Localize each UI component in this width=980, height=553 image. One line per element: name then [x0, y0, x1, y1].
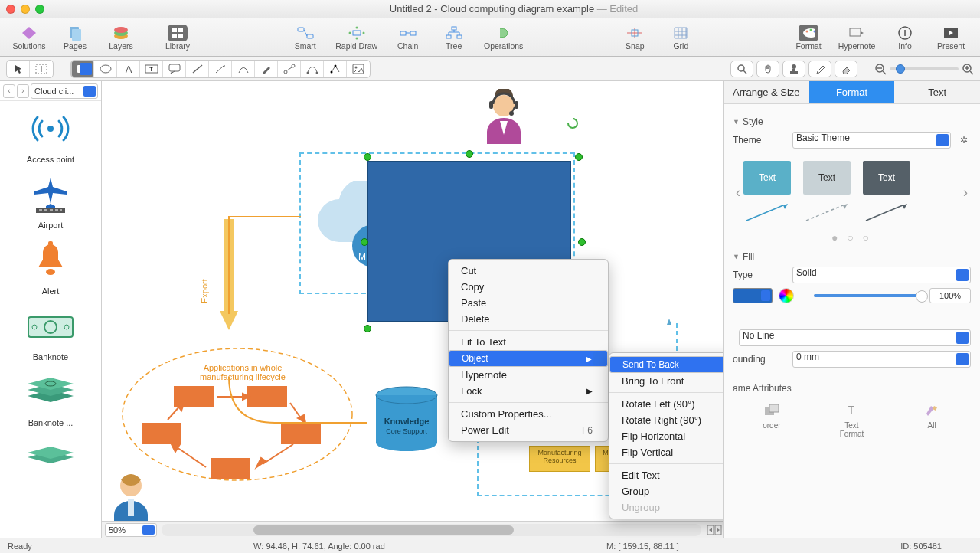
library-item[interactable]: Banknote — [2, 303, 100, 362]
close-icon[interactable] — [6, 5, 15, 14]
style-swatch[interactable]: Text — [803, 161, 851, 195]
text-tool[interactable]: A — [117, 61, 140, 77]
chevron-left-icon[interactable]: ‹ — [733, 185, 743, 201]
menu-item[interactable]: Bring To Front⌥⌘F — [609, 373, 723, 389]
chevron-right-icon[interactable]: › — [960, 185, 971, 201]
zoom-out-icon[interactable] — [874, 63, 887, 75]
style-swatch[interactable]: Text — [743, 161, 791, 195]
menu-item[interactable]: Cut — [449, 263, 608, 279]
eyedropper-tool[interactable] — [808, 61, 831, 77]
color-wheel-icon[interactable] — [779, 288, 794, 303]
smart-button[interactable]: Smart — [284, 25, 327, 51]
hypernote-button[interactable]: Hypernote — [833, 25, 880, 51]
snap-button[interactable]: Snap — [613, 25, 656, 51]
menu-item[interactable]: Edit TextF5 — [609, 467, 723, 483]
page-nav-icon[interactable] — [706, 524, 723, 536]
menu-item[interactable]: Copy — [449, 279, 608, 295]
fill-type-select[interactable]: Solid — [792, 267, 971, 283]
rapiddraw-button[interactable]: Rapid Draw — [330, 25, 384, 51]
rounding-select[interactable]: 0 mm — [792, 351, 971, 368]
export-arrow[interactable] — [214, 219, 244, 342]
library-item[interactable]: Alert — [2, 237, 100, 296]
edit-points-tool[interactable] — [324, 61, 347, 77]
horizontal-scrollbar[interactable] — [162, 524, 701, 536]
arrow-style[interactable] — [863, 202, 910, 224]
curve-tool[interactable] — [232, 61, 255, 77]
menu-item[interactable]: Object▶ — [449, 350, 608, 367]
zoom-in-icon[interactable] — [962, 63, 974, 75]
format-button[interactable]: Format — [787, 25, 830, 51]
theme-select[interactable]: Basic Theme — [792, 132, 951, 149]
operations-button[interactable]: Operations — [479, 25, 529, 51]
pointer-tool[interactable] — [7, 61, 30, 77]
info-button[interactable]: iInfo — [884, 25, 926, 51]
opacity-field[interactable]: 100% — [929, 288, 971, 303]
library-item[interactable]: Access point — [2, 106, 100, 164]
callout-tool[interactable] — [163, 61, 186, 77]
ellipse-tool[interactable] — [94, 61, 117, 77]
layers-button[interactable]: Layers — [100, 25, 142, 51]
nav-back-button[interactable]: ‹ — [3, 84, 15, 98]
tab-arrange[interactable]: Arrange & Size — [724, 81, 809, 103]
style-swatch[interactable]: Text — [863, 161, 910, 195]
opacity-slider[interactable] — [814, 294, 923, 297]
menu-item[interactable]: Delete — [449, 311, 608, 327]
arrow-style[interactable] — [743, 202, 791, 224]
bezier-tool[interactable] — [301, 61, 324, 77]
textbox-tool[interactable]: T — [140, 61, 163, 77]
arrow-style[interactable] — [803, 202, 851, 224]
menu-item[interactable]: Power EditF6 — [449, 422, 608, 438]
attrib-order[interactable]: order — [762, 401, 782, 438]
grid-button[interactable]: Grid — [659, 25, 702, 51]
menu-item[interactable]: Flip Vertical⌥⌘J — [609, 444, 723, 460]
process-cycle[interactable] — [140, 381, 339, 481]
attrib-all[interactable]: All — [922, 401, 942, 438]
chain-button[interactable]: Chain — [387, 25, 430, 51]
minimize-icon[interactable] — [21, 5, 30, 14]
menu-item[interactable]: Paste — [449, 295, 608, 311]
library-item[interactable]: Airport — [2, 172, 100, 230]
menu-item[interactable]: Lock▶ — [449, 383, 608, 399]
connector-tool[interactable] — [278, 61, 301, 77]
zoom-icon[interactable] — [35, 5, 44, 14]
menu-item[interactable]: Rotate Right (90°)⌘R — [609, 412, 723, 428]
line-tool[interactable] — [186, 61, 209, 77]
tree-button[interactable]: Tree — [433, 25, 475, 51]
style-section-header[interactable]: Style — [733, 116, 971, 127]
line-select[interactable]: No Line — [739, 329, 971, 346]
zoom-slider[interactable] — [890, 67, 959, 70]
pages-button[interactable]: Pages — [54, 25, 96, 51]
context-submenu[interactable]: Send To Back⌥⌘BBring To Front⌥⌘FRotate L… — [609, 352, 723, 519]
pen-tool[interactable] — [255, 61, 278, 77]
rect-tool[interactable] — [71, 61, 94, 77]
gear-icon[interactable]: ✲ — [957, 133, 971, 147]
tab-format[interactable]: Format — [809, 81, 895, 103]
canvas-area[interactable]: M Export Applications in whole manufact — [102, 81, 723, 538]
library-item[interactable]: Banknote ... — [2, 369, 100, 427]
shape-tools[interactable]: A T — [70, 60, 371, 78]
nav-forward-button[interactable]: › — [17, 84, 29, 98]
fill-section-header[interactable]: Fill — [733, 251, 971, 262]
library-item[interactable] — [2, 435, 100, 481]
search-tool[interactable] — [730, 61, 753, 77]
menu-item[interactable]: Hypernote — [449, 367, 608, 383]
pointer-tools[interactable]: I — [6, 60, 54, 78]
stamp-tool[interactable] — [782, 61, 805, 77]
text-select-tool[interactable]: I — [30, 61, 53, 77]
context-menu[interactable]: CutCopyPasteDeleteFit To TextObject▶Hype… — [448, 259, 609, 442]
zoom-select[interactable]: 50% — [105, 523, 157, 537]
operator-shape[interactable] — [481, 89, 527, 146]
library-button[interactable]: Library — [156, 25, 199, 51]
eraser-tool[interactable] — [835, 61, 858, 77]
library-select[interactable]: Cloud cli... — [31, 83, 98, 99]
arrow-tool[interactable] — [209, 61, 232, 77]
menu-item[interactable]: Send To Back⌥⌘B — [609, 356, 723, 373]
menu-item[interactable]: Fit To Text — [449, 334, 608, 350]
menu-item[interactable]: Rotate Left (90°)⌘L — [609, 396, 723, 412]
menu-item[interactable]: Group⌘G — [609, 483, 723, 499]
zoom-control[interactable] — [874, 63, 974, 75]
library-list[interactable]: Access point Airport Alert Banknote Bank… — [0, 101, 101, 538]
tab-text[interactable]: Text — [894, 81, 980, 103]
solutions-button[interactable]: Solutions — [8, 25, 51, 51]
present-button[interactable]: Present — [929, 25, 972, 51]
